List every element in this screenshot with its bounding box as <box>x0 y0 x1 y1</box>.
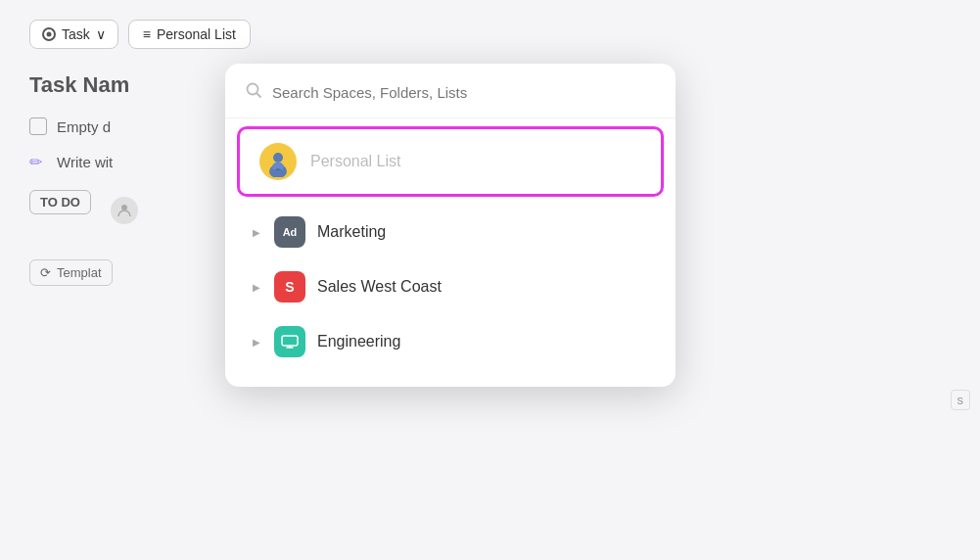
task-row-1-text: Empty d <box>57 118 111 135</box>
assignee-icon <box>111 197 138 224</box>
personal-list-item[interactable]: Personal List <box>237 126 664 197</box>
task-label: Task <box>62 26 90 42</box>
task-button[interactable]: Task ∨ <box>29 20 118 49</box>
right-edge-badge: s <box>951 390 971 410</box>
personal-list-button[interactable]: ≡ Personal List <box>128 20 251 49</box>
pencil-icon: ✏ <box>29 153 47 170</box>
search-row <box>225 81 676 118</box>
search-input[interactable] <box>272 84 656 101</box>
task-row-2-text: Write wit <box>57 154 113 170</box>
marketing-label: Marketing <box>317 223 386 241</box>
engineering-icon <box>274 326 305 357</box>
template-label: Templat <box>57 265 102 280</box>
template-icon: ⟳ <box>40 265 51 280</box>
svg-point-0 <box>121 205 127 210</box>
toolbar: Task ∨ ≡ Personal List <box>29 20 951 49</box>
list-item-sales[interactable]: ▶ S Sales West Coast <box>225 259 676 314</box>
chevron-right-icon-2: ▶ <box>253 282 260 293</box>
personal-list-button-label: Personal List <box>157 26 236 42</box>
personal-list-label: Personal List <box>310 153 401 170</box>
sales-label: Sales West Coast <box>317 278 442 296</box>
chevron-right-icon: ▶ <box>253 227 260 238</box>
engineering-label: Engineering <box>317 333 400 350</box>
list-item-marketing[interactable]: ▶ Ad Marketing <box>225 205 676 259</box>
svg-rect-7 <box>282 336 298 346</box>
avatar <box>259 143 297 180</box>
doc-icon <box>29 117 47 135</box>
todo-badge[interactable]: TO DO <box>29 190 91 214</box>
list-item-engineering[interactable]: ▶ Engineering <box>225 314 676 369</box>
task-dot-icon <box>42 27 56 41</box>
list-icon: ≡ <box>143 26 151 42</box>
marketing-icon: Ad <box>274 216 305 248</box>
chevron-right-icon-3: ▶ <box>253 337 260 348</box>
dropdown-overlay: Personal List ▶ Ad Marketing ▶ S Sales W… <box>225 64 676 387</box>
svg-point-1 <box>248 84 258 95</box>
svg-point-4 <box>273 153 283 163</box>
svg-line-2 <box>257 94 261 98</box>
task-dropdown-arrow: ∨ <box>96 26 106 42</box>
search-icon <box>245 81 262 104</box>
template-button[interactable]: ⟳ Templat <box>29 259 113 286</box>
sales-icon: S <box>274 271 305 303</box>
